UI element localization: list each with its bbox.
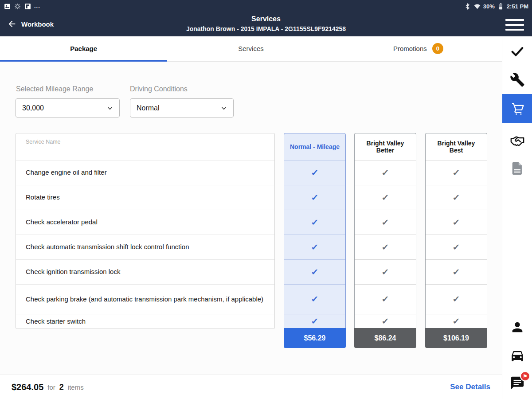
battery-percent: 30% bbox=[483, 3, 495, 10]
tab-package-label: Package bbox=[70, 45, 97, 52]
services-screen: ... 30% 2:51 PM Workbook Services Jonath… bbox=[0, 0, 532, 399]
inspection-check-button[interactable] bbox=[502, 40, 532, 63]
back-label: Workbook bbox=[21, 20, 54, 28]
promotions-count-badge: 0 bbox=[432, 43, 443, 54]
package-column-better: Bright Valley Better ✓ ✓ ✓ ✓ ✓ ✓ ✓ bbox=[354, 133, 416, 329]
service-label: Check parking brake (and automatic trans… bbox=[26, 295, 263, 304]
wifi-icon bbox=[473, 3, 481, 10]
check-cell[interactable]: ✓ bbox=[426, 314, 487, 329]
package-price-better[interactable]: $86.24 bbox=[354, 328, 416, 348]
cart-button-active[interactable] bbox=[502, 94, 532, 123]
driving-conditions-value: Normal bbox=[137, 104, 160, 112]
message-alert-badge: ⚑ bbox=[520, 371, 530, 381]
messages-button[interactable]: ⚑ bbox=[502, 372, 532, 395]
back-button[interactable]: Workbook bbox=[7, 19, 54, 29]
check-cell[interactable]: ✓ bbox=[355, 235, 416, 259]
service-name-header: Service Name bbox=[16, 133, 274, 160]
service-row: Check starter switch bbox=[16, 314, 274, 329]
check-cell[interactable]: ✓ bbox=[426, 284, 487, 314]
mileage-range-label: Selected Mileage Range bbox=[16, 85, 93, 93]
status-bar: ... 30% 2:51 PM bbox=[0, 0, 532, 12]
check-icon: ✓ bbox=[311, 317, 319, 326]
check-cell[interactable]: ✓ bbox=[426, 210, 487, 235]
service-label: Check accelerator pedal bbox=[26, 218, 98, 227]
tab-promotions[interactable]: Promotions 0 bbox=[335, 36, 502, 61]
items-label: items bbox=[68, 383, 84, 391]
more-notifications-icon: ... bbox=[34, 4, 40, 8]
customer-profile-button[interactable] bbox=[502, 316, 532, 339]
check-icon: ✓ bbox=[381, 168, 389, 178]
service-label: Check ignition transmission lock bbox=[26, 267, 120, 276]
check-cell[interactable]: ✓ bbox=[355, 314, 416, 329]
tab-bar: Package Services Promotions 0 bbox=[0, 36, 502, 62]
package-column-header[interactable]: Normal - Mileage bbox=[284, 133, 345, 160]
check-cell[interactable]: ✓ bbox=[284, 160, 345, 185]
service-row: Check accelerator pedal bbox=[16, 210, 274, 235]
check-cell[interactable]: ✓ bbox=[355, 259, 416, 284]
tab-promotions-label: Promotions bbox=[393, 45, 427, 52]
package-column-header[interactable]: Bright Valley Better bbox=[355, 133, 416, 160]
check-icon: ✓ bbox=[452, 317, 460, 326]
page-title: Services bbox=[133, 15, 399, 23]
tab-services-label: Services bbox=[238, 45, 264, 52]
check-cell[interactable]: ✓ bbox=[284, 284, 345, 314]
app-bar: Workbook Services Jonathon Brown - 2015 … bbox=[0, 12, 532, 36]
check-icon: ✓ bbox=[311, 218, 319, 227]
check-cell[interactable]: ✓ bbox=[426, 235, 487, 259]
document-button[interactable] bbox=[502, 157, 532, 180]
tab-package[interactable]: Package bbox=[0, 36, 167, 61]
arrow-left-icon bbox=[7, 19, 17, 29]
check-cell[interactable]: ✓ bbox=[355, 160, 416, 185]
check-cell[interactable]: ✓ bbox=[355, 284, 416, 314]
check-cell[interactable]: ✓ bbox=[355, 185, 416, 210]
driving-conditions-label: Driving Conditions bbox=[130, 85, 188, 93]
check-cell[interactable]: ✓ bbox=[426, 259, 487, 284]
service-name-table: Service Name Change engine oil and filte… bbox=[16, 133, 275, 329]
check-cell[interactable]: ✓ bbox=[284, 314, 345, 329]
person-icon bbox=[510, 320, 525, 335]
service-label: Change engine oil and filter bbox=[26, 168, 107, 177]
driving-conditions-select[interactable]: Normal bbox=[130, 98, 234, 117]
service-row: Change engine oil and filter bbox=[16, 160, 274, 185]
clock: 2:51 PM bbox=[507, 3, 528, 10]
service-row: Check parking brake (and automatic trans… bbox=[16, 284, 274, 314]
wrench-icon bbox=[510, 72, 525, 87]
check-icon: ✓ bbox=[452, 218, 460, 227]
check-icon: ✓ bbox=[452, 294, 460, 304]
tab-services[interactable]: Services bbox=[167, 36, 334, 61]
see-details-link[interactable]: See Details bbox=[450, 383, 490, 391]
package-price-best[interactable]: $106.19 bbox=[425, 328, 487, 348]
check-cell[interactable]: ✓ bbox=[426, 160, 487, 185]
check-cell[interactable]: ✓ bbox=[284, 185, 345, 210]
screenshot-icon bbox=[4, 3, 11, 10]
vehicle-button[interactable] bbox=[502, 344, 532, 367]
check-cell[interactable]: ✓ bbox=[284, 210, 345, 235]
package-column-header[interactable]: Bright Valley Best bbox=[426, 133, 487, 160]
services-wrench-button[interactable] bbox=[502, 68, 532, 91]
service-label: Rotate tires bbox=[26, 193, 60, 202]
check-cell[interactable]: ✓ bbox=[284, 235, 345, 259]
customer-vehicle-subtitle: Jonathon Brown - 2015 IMPALA - 2G1155SL9… bbox=[89, 25, 443, 32]
flipboard-icon bbox=[24, 3, 31, 10]
package-column-best: Bright Valley Best ✓ ✓ ✓ ✓ ✓ ✓ ✓ bbox=[425, 133, 487, 329]
handshake-icon bbox=[510, 133, 525, 149]
service-label: Check starter switch bbox=[26, 317, 86, 326]
check-icon: ✓ bbox=[311, 168, 319, 178]
package-price-normal-mileage[interactable]: $56.29 bbox=[284, 328, 346, 348]
mileage-range-select[interactable]: 30,000 bbox=[16, 98, 120, 117]
check-icon: ✓ bbox=[311, 294, 319, 304]
deal-handshake-button[interactable] bbox=[502, 129, 532, 153]
menu-button[interactable] bbox=[505, 19, 524, 31]
car-icon bbox=[510, 348, 525, 363]
gear-notification-icon bbox=[14, 3, 21, 10]
bluetooth-icon bbox=[464, 3, 471, 10]
chevron-down-icon bbox=[221, 105, 227, 111]
check-cell[interactable]: ✓ bbox=[355, 210, 416, 235]
mileage-range-value: 30,000 bbox=[22, 104, 44, 112]
cart-icon bbox=[510, 101, 525, 116]
check-cell[interactable]: ✓ bbox=[284, 259, 345, 284]
check-cell[interactable]: ✓ bbox=[426, 185, 487, 210]
check-icon: ✓ bbox=[381, 218, 389, 227]
check-icon: ✓ bbox=[381, 267, 389, 277]
check-icon: ✓ bbox=[452, 243, 460, 252]
